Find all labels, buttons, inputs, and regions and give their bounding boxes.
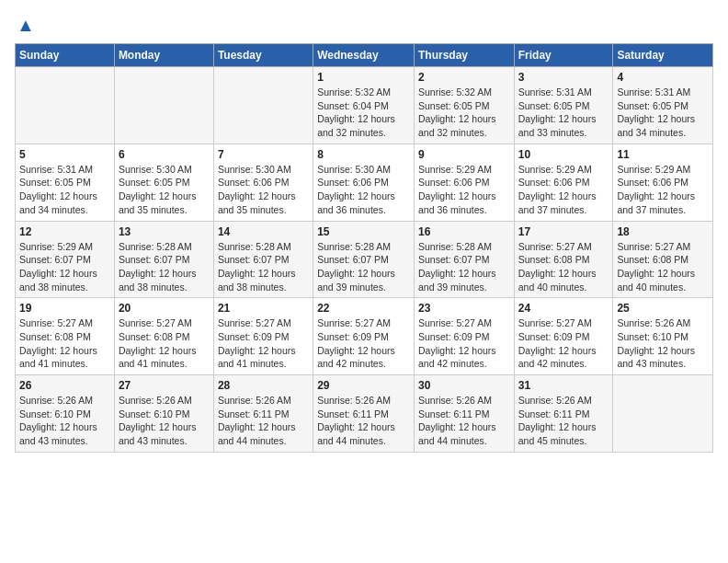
day-number: 31 [518,379,609,392]
calendar-cell: 13Sunrise: 5:28 AM Sunset: 6:07 PM Dayli… [114,221,213,298]
day-number: 12 [19,225,110,238]
day-info: Sunrise: 5:30 AM Sunset: 6:06 PM Dayligh… [317,163,410,217]
day-number: 26 [19,379,110,392]
calendar-cell: 24Sunrise: 5:27 AM Sunset: 6:09 PM Dayli… [514,298,613,375]
calendar-header-thursday: Thursday [414,44,514,67]
day-info: Sunrise: 5:32 AM Sunset: 6:04 PM Dayligh… [317,86,410,140]
day-number: 6 [119,148,210,161]
calendar-cell [213,67,313,144]
day-info: Sunrise: 5:26 AM Sunset: 6:11 PM Dayligh… [218,394,309,448]
calendar-cell [114,67,213,144]
day-info: Sunrise: 5:29 AM Sunset: 6:06 PM Dayligh… [617,163,709,217]
day-number: 9 [418,148,510,161]
day-info: Sunrise: 5:29 AM Sunset: 6:06 PM Dayligh… [518,163,609,217]
day-number: 16 [418,225,510,238]
page-header: ▲ [15,15,713,36]
day-info: Sunrise: 5:26 AM Sunset: 6:10 PM Dayligh… [19,394,110,448]
calendar-cell: 1Sunrise: 5:32 AM Sunset: 6:04 PM Daylig… [313,67,415,144]
calendar-cell: 6Sunrise: 5:30 AM Sunset: 6:05 PM Daylig… [114,144,213,221]
calendar-cell [613,375,713,453]
calendar-header-row: SundayMondayTuesdayWednesdayThursdayFrid… [16,44,713,67]
calendar-cell: 16Sunrise: 5:28 AM Sunset: 6:07 PM Dayli… [414,221,514,298]
calendar-cell: 23Sunrise: 5:27 AM Sunset: 6:09 PM Dayli… [414,298,514,375]
calendar-cell: 4Sunrise: 5:31 AM Sunset: 6:05 PM Daylig… [613,67,713,144]
calendar-cell: 11Sunrise: 5:29 AM Sunset: 6:06 PM Dayli… [613,144,713,221]
day-number: 21 [218,302,309,315]
day-info: Sunrise: 5:32 AM Sunset: 6:05 PM Dayligh… [418,86,510,140]
day-info: Sunrise: 5:27 AM Sunset: 6:09 PM Dayligh… [418,316,510,371]
day-number: 1 [317,71,410,84]
calendar-cell: 26Sunrise: 5:26 AM Sunset: 6:10 PM Dayli… [16,375,115,453]
calendar-cell: 20Sunrise: 5:27 AM Sunset: 6:08 PM Dayli… [114,298,213,375]
calendar-header-wednesday: Wednesday [313,44,415,67]
day-number: 14 [218,225,309,238]
day-info: Sunrise: 5:26 AM Sunset: 6:11 PM Dayligh… [418,394,510,448]
day-number: 22 [317,302,410,315]
calendar-cell: 12Sunrise: 5:29 AM Sunset: 6:07 PM Dayli… [16,221,115,298]
calendar-cell: 29Sunrise: 5:26 AM Sunset: 6:11 PM Dayli… [313,375,415,453]
day-number: 19 [19,302,110,315]
calendar-cell: 31Sunrise: 5:26 AM Sunset: 6:11 PM Dayli… [514,375,613,453]
day-info: Sunrise: 5:31 AM Sunset: 6:05 PM Dayligh… [518,86,609,140]
calendar-table: SundayMondayTuesdayWednesdayThursdayFrid… [15,43,713,453]
calendar-cell: 19Sunrise: 5:27 AM Sunset: 6:08 PM Dayli… [16,298,115,375]
day-info: Sunrise: 5:29 AM Sunset: 6:06 PM Dayligh… [418,163,510,217]
calendar-header-friday: Friday [514,44,613,67]
day-info: Sunrise: 5:27 AM Sunset: 6:08 PM Dayligh… [617,240,709,294]
day-info: Sunrise: 5:31 AM Sunset: 6:05 PM Dayligh… [617,86,709,140]
day-number: 4 [617,71,709,84]
calendar-week-1: 1Sunrise: 5:32 AM Sunset: 6:04 PM Daylig… [16,67,713,144]
calendar-cell: 18Sunrise: 5:27 AM Sunset: 6:08 PM Dayli… [613,221,713,298]
calendar-cell: 21Sunrise: 5:27 AM Sunset: 6:09 PM Dayli… [213,298,313,375]
day-info: Sunrise: 5:27 AM Sunset: 6:08 PM Dayligh… [19,316,110,371]
day-info: Sunrise: 5:27 AM Sunset: 6:09 PM Dayligh… [218,316,309,371]
day-number: 2 [418,71,510,84]
day-info: Sunrise: 5:26 AM Sunset: 6:10 PM Dayligh… [119,394,210,448]
day-number: 13 [119,225,210,238]
day-number: 20 [119,302,210,315]
day-number: 24 [518,302,609,315]
day-info: Sunrise: 5:31 AM Sunset: 6:05 PM Dayligh… [19,163,110,217]
calendar-cell: 5Sunrise: 5:31 AM Sunset: 6:05 PM Daylig… [16,144,115,221]
calendar-cell: 25Sunrise: 5:26 AM Sunset: 6:10 PM Dayli… [613,298,713,375]
day-number: 5 [19,148,110,161]
day-info: Sunrise: 5:30 AM Sunset: 6:06 PM Dayligh… [218,163,309,217]
day-number: 30 [418,379,510,392]
day-info: Sunrise: 5:28 AM Sunset: 6:07 PM Dayligh… [418,240,510,294]
calendar-header-sunday: Sunday [16,44,115,67]
calendar-cell: 8Sunrise: 5:30 AM Sunset: 6:06 PM Daylig… [313,144,415,221]
calendar-cell: 14Sunrise: 5:28 AM Sunset: 6:07 PM Dayli… [213,221,313,298]
calendar-cell: 17Sunrise: 5:27 AM Sunset: 6:08 PM Dayli… [514,221,613,298]
calendar-header-saturday: Saturday [613,44,713,67]
day-number: 7 [218,148,309,161]
day-number: 10 [518,148,609,161]
calendar-cell: 28Sunrise: 5:26 AM Sunset: 6:11 PM Dayli… [213,375,313,453]
day-number: 3 [518,71,609,84]
day-info: Sunrise: 5:26 AM Sunset: 6:11 PM Dayligh… [518,394,609,448]
day-number: 29 [317,379,410,392]
day-info: Sunrise: 5:26 AM Sunset: 6:11 PM Dayligh… [317,394,410,448]
calendar-cell [16,67,115,144]
calendar-header-monday: Monday [114,44,213,67]
day-info: Sunrise: 5:26 AM Sunset: 6:10 PM Dayligh… [617,316,709,371]
calendar-week-3: 12Sunrise: 5:29 AM Sunset: 6:07 PM Dayli… [16,221,713,298]
day-number: 17 [518,225,609,238]
day-number: 28 [218,379,309,392]
calendar-header-tuesday: Tuesday [213,44,313,67]
day-number: 27 [119,379,210,392]
calendar-cell: 30Sunrise: 5:26 AM Sunset: 6:11 PM Dayli… [414,375,514,453]
calendar-cell: 2Sunrise: 5:32 AM Sunset: 6:05 PM Daylig… [414,67,514,144]
calendar-cell: 7Sunrise: 5:30 AM Sunset: 6:06 PM Daylig… [213,144,313,221]
day-info: Sunrise: 5:27 AM Sunset: 6:09 PM Dayligh… [317,316,410,371]
day-number: 25 [617,302,709,315]
calendar-cell: 9Sunrise: 5:29 AM Sunset: 6:06 PM Daylig… [414,144,514,221]
day-info: Sunrise: 5:28 AM Sunset: 6:07 PM Dayligh… [218,240,309,294]
logo-bird-icon: ▲ [17,15,35,36]
calendar-cell: 10Sunrise: 5:29 AM Sunset: 6:06 PM Dayli… [514,144,613,221]
calendar-week-4: 19Sunrise: 5:27 AM Sunset: 6:08 PM Dayli… [16,298,713,375]
day-info: Sunrise: 5:28 AM Sunset: 6:07 PM Dayligh… [317,240,410,294]
day-number: 8 [317,148,410,161]
calendar-cell: 27Sunrise: 5:26 AM Sunset: 6:10 PM Dayli… [114,375,213,453]
day-info: Sunrise: 5:30 AM Sunset: 6:05 PM Dayligh… [119,163,210,217]
day-number: 11 [617,148,709,161]
